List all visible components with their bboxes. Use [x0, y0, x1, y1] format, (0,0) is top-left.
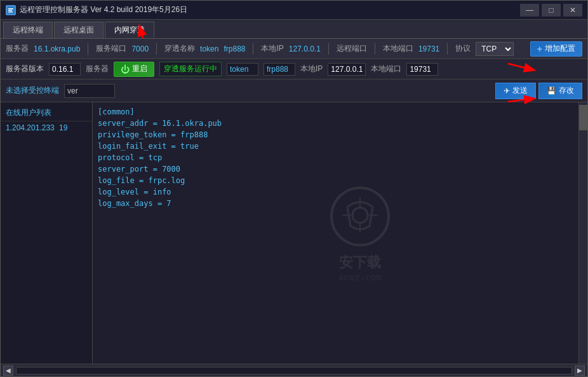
tab-intranet-tunnel[interactable]: 内网穿透 — [105, 22, 154, 38]
running-status: 穿透服务运行中 — [159, 62, 222, 76]
sidebar: 在线用户列表 1.204.201.233 19 — [1, 102, 93, 364]
svg-rect-3 — [8, 11, 13, 13]
log-line-4: protocol = tcp — [98, 152, 573, 163]
horizontal-scrollbar[interactable]: ◀ ▶ — [1, 364, 587, 376]
tab-remote-desktop[interactable]: 远程桌面 — [54, 22, 104, 38]
scroll-left-button[interactable]: ◀ — [3, 366, 13, 376]
localport-label-status: 本地端口 — [371, 64, 401, 74]
command-input[interactable] — [64, 84, 115, 98]
localip-value-status: 127.0.0.1 — [328, 63, 366, 76]
add-config-button[interactable]: + 增加配置 — [530, 41, 582, 57]
body-area: 在线用户列表 1.204.201.233 19 [common] server_… — [1, 102, 587, 364]
select-terminal-label: 未选择受控终端 — [6, 85, 59, 96]
sidebar-title: 在线用户列表 — [1, 105, 92, 121]
frp-token-value: frp888 — [264, 63, 295, 76]
app-icon — [6, 5, 16, 15]
scroll-thumb[interactable] — [579, 105, 587, 130]
send-icon: ✈ — [504, 86, 510, 95]
tunnel-name-value: token — [200, 45, 218, 53]
save-button[interactable]: 💾 存改 — [538, 83, 582, 99]
protocol-select[interactable]: TCP UDP HTTP HTTPS — [476, 42, 514, 56]
titlebar-left: 远程管理控制服务器 Ver 4.2 build 2019年5月26日 — [6, 4, 187, 15]
tab-remote-terminal[interactable]: 远程终端 — [3, 22, 53, 38]
localip-label-status: 本地IP — [300, 64, 323, 74]
user-ip: 1.204.201.233 — [6, 123, 55, 132]
version-label: 服务器版本 — [6, 64, 44, 74]
svg-rect-1 — [8, 8, 13, 10]
sep4 — [328, 43, 329, 55]
tunnel-label: 穿透名称 — [164, 43, 195, 54]
svg-rect-2 — [8, 10, 12, 11]
protocol-label: 协议 — [455, 43, 471, 54]
power-icon: ⏻ — [121, 64, 130, 74]
titlebar-controls: — □ ✕ — [520, 4, 582, 17]
sep3 — [253, 43, 253, 55]
save-icon: 💾 — [547, 86, 556, 95]
select-row: 未选择受控终端 ✈ 发送 💾 存改 — [1, 79, 587, 102]
frp-value: frp888 — [224, 45, 245, 53]
log-line-5: server_port = 7000 — [98, 163, 573, 175]
tabbar: 远程终端 远程桌面 内网穿透 — [1, 20, 587, 39]
token-label: token — [227, 63, 258, 76]
send-button[interactable]: ✈ 发送 — [495, 83, 536, 99]
server-label: 服务器 — [6, 43, 29, 54]
port-label: 服务端口 — [96, 43, 126, 54]
log-line-1: server_addr = 16.1.okra.pub — [98, 118, 573, 129]
titlebar: 远程管理控制服务器 Ver 4.2 build 2019年5月26日 — □ ✕ — [1, 1, 587, 20]
restart-button[interactable]: ⏻ 重启 — [114, 62, 154, 77]
sep6 — [447, 43, 448, 55]
svg-point-5 — [352, 207, 368, 223]
status-row: 服务器版本 0.16.1 服务器 ⏻ 重启 穿透服务运行中 token frp8… — [1, 59, 587, 79]
user-extra: 19 — [59, 123, 67, 132]
server-label-status: 服务器 — [86, 64, 109, 74]
sep1 — [88, 43, 88, 55]
log-line-3: login_fail_exit = true — [98, 141, 573, 152]
log-area: [common] server_addr = 16.1.okra.pub pri… — [93, 102, 578, 364]
log-line-0: [common] — [98, 106, 573, 118]
close-button[interactable]: ✕ — [563, 4, 582, 17]
localip-value: 127.0.0.1 — [289, 45, 321, 53]
version-value: 0.16.1 — [49, 63, 81, 76]
sep2 — [156, 43, 157, 55]
plus-icon: + — [537, 44, 542, 54]
port-value: 7000 — [131, 45, 149, 53]
localport-value-status: 19731 — [406, 63, 438, 76]
log-line-7: log_level = info — [98, 186, 573, 198]
scroll-right-button[interactable]: ▶ — [575, 366, 585, 376]
minimize-button[interactable]: — — [520, 4, 539, 17]
server-value: 16.1.okra.pub — [34, 45, 80, 53]
scroll-track[interactable] — [16, 367, 572, 374]
log-line-6: log_file = frpc.log — [98, 175, 573, 186]
log-line-8: log_max_days = 7 — [98, 198, 573, 209]
localip-label: 本地IP — [261, 43, 283, 54]
config-toolbar: 服务器 16.1.okra.pub 服务端口 7000 穿透名称 token f… — [1, 39, 587, 59]
watermark-url: anxz.com — [328, 271, 392, 282]
list-item[interactable]: 1.204.201.233 19 — [1, 121, 92, 134]
watermark-site: 安下载 — [328, 252, 392, 271]
localport-value: 19731 — [418, 45, 439, 53]
log-container: [common] server_addr = 16.1.okra.pub pri… — [93, 102, 587, 364]
titlebar-title: 远程管理控制服务器 Ver 4.2 build 2019年5月26日 — [20, 4, 187, 15]
action-buttons: ✈ 发送 💾 存改 — [495, 83, 582, 99]
vertical-scrollbar[interactable] — [578, 102, 587, 364]
main-window: 远程管理控制服务器 Ver 4.2 build 2019年5月26日 — □ ✕… — [0, 0, 588, 377]
localport-label: 本地端口 — [383, 43, 413, 54]
maximize-button[interactable]: □ — [542, 4, 561, 17]
remoteport-label: 远程端口 — [337, 43, 367, 54]
sep5 — [375, 43, 375, 55]
log-line-2: privilege_token = frp888 — [98, 129, 573, 141]
